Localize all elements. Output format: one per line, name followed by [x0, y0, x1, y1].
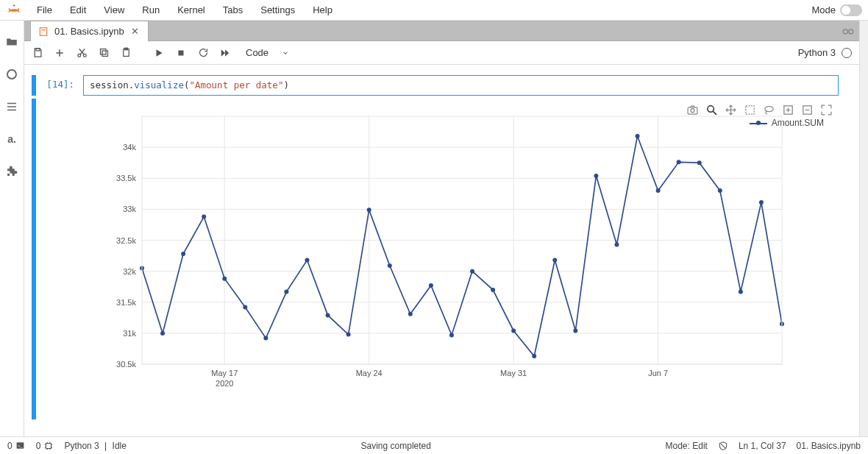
code-input[interactable]: session.visualize("Amount per date")	[83, 75, 839, 96]
svg-point-8	[849, 29, 853, 34]
menu-help[interactable]: Help	[305, 1, 340, 18]
svg-point-82	[552, 258, 557, 262]
cut-icon[interactable]	[76, 47, 88, 59]
svg-point-70	[305, 258, 310, 262]
notebook-icon	[38, 26, 49, 37]
svg-text:34k: 34k	[123, 143, 136, 152]
cell-type-label: Code	[246, 47, 268, 58]
svg-text:Jun 7: Jun 7	[648, 369, 668, 377]
svg-point-88	[677, 160, 681, 164]
svg-point-77	[449, 333, 454, 337]
kernel-name[interactable]: Python 3	[798, 47, 836, 58]
svg-point-68	[263, 336, 268, 341]
jupyter-logo[interactable]	[6, 2, 22, 18]
svg-rect-21	[179, 50, 184, 55]
svg-point-7	[843, 29, 847, 34]
close-icon[interactable]: ✕	[130, 26, 140, 37]
status-cursor[interactable]: Ln 1, Col 37	[739, 441, 786, 451]
svg-text:33.5k: 33.5k	[116, 174, 136, 182]
save-icon[interactable]	[32, 47, 43, 59]
status-kernel[interactable]: Python 3 | Idle	[64, 441, 127, 451]
copy-icon[interactable]	[98, 47, 110, 59]
status-mode[interactable]: Mode: Edit	[666, 441, 708, 451]
svg-marker-22	[221, 49, 225, 56]
trust-icon[interactable]	[718, 441, 728, 451]
status-file[interactable]: 01. Basics.ipynb	[797, 441, 861, 451]
status-kernels[interactable]: 0	[36, 441, 54, 451]
menu-tabs[interactable]: Tabs	[216, 1, 250, 18]
svg-point-90	[718, 188, 722, 193]
svg-text:31k: 31k	[123, 329, 136, 338]
extensions-icon[interactable]	[5, 165, 18, 178]
add-cell-icon[interactable]	[54, 47, 65, 59]
svg-line-14	[80, 49, 85, 55]
svg-rect-16	[102, 51, 108, 57]
svg-point-79	[491, 288, 495, 292]
chevron-down-icon	[282, 49, 289, 57]
run-icon[interactable]	[153, 47, 165, 59]
stop-icon[interactable]	[175, 47, 187, 59]
svg-point-78	[470, 269, 474, 274]
svg-point-87	[656, 188, 661, 193]
chip-icon	[43, 441, 54, 451]
svg-point-85	[614, 242, 619, 246]
cell-prompt: [14]:	[42, 75, 83, 96]
scrollbar[interactable]	[859, 21, 868, 436]
svg-point-89	[697, 160, 702, 165]
menu-view[interactable]: View	[96, 1, 132, 18]
svg-text:31.5k: 31.5k	[116, 298, 136, 307]
toc-icon[interactable]	[5, 100, 18, 113]
svg-point-64	[181, 252, 185, 256]
menu-edit[interactable]: Edit	[63, 1, 93, 18]
svg-text:May 17: May 17	[211, 369, 238, 377]
restart-icon[interactable]	[197, 47, 209, 59]
menu-file[interactable]: File	[29, 1, 60, 18]
svg-rect-6	[41, 29, 46, 30]
svg-point-92	[759, 200, 764, 205]
svg-rect-9	[36, 49, 40, 51]
svg-text:30.5k: 30.5k	[116, 360, 136, 369]
svg-point-84	[594, 174, 598, 178]
svg-point-71	[326, 313, 330, 317]
menu-settings[interactable]: Settings	[253, 1, 302, 18]
svg-text:May 31: May 31	[500, 369, 527, 377]
svg-point-91	[739, 289, 743, 294]
status-terminals[interactable]: 0>_	[7, 441, 26, 451]
svg-rect-5	[40, 27, 46, 35]
svg-point-69	[284, 289, 288, 294]
run-all-icon[interactable]	[219, 47, 231, 59]
mode-label: Mode	[811, 4, 836, 15]
mode-toggle[interactable]	[840, 4, 862, 16]
svg-point-67	[243, 305, 247, 309]
svg-point-73	[367, 208, 371, 212]
gear-icon[interactable]	[840, 24, 856, 40]
tab-title: 01. Basics.ipynb	[54, 26, 124, 37]
svg-text:May 24: May 24	[356, 369, 383, 377]
notebook-tab[interactable]: 01. Basics.ipynb ✕	[30, 21, 149, 41]
svg-point-1	[7, 70, 16, 79]
code-cell[interactable]: [14]: session.visualize("Amount per date…	[32, 75, 839, 96]
svg-rect-97	[46, 443, 51, 448]
svg-marker-23	[225, 49, 229, 56]
svg-line-106	[721, 444, 725, 448]
svg-text:33k: 33k	[123, 205, 136, 213]
paste-icon[interactable]	[120, 47, 132, 59]
svg-point-74	[388, 263, 392, 268]
cell-active-bar	[32, 75, 36, 96]
menu-kernel[interactable]: Kernel	[170, 1, 213, 18]
terminal-icon: >_	[15, 441, 26, 451]
svg-point-0	[13, 4, 15, 6]
output-cell: Amount.SUM 30.5k31k31.5k32k32.5k33k33.5k…	[32, 99, 839, 419]
svg-text:>_: >_	[18, 444, 23, 448]
line-chart[interactable]: 30.5k31k31.5k32k32.5k33k33.5k34kMay 17Ma…	[83, 103, 839, 419]
folder-icon[interactable]	[5, 35, 18, 49]
svg-point-66	[222, 277, 227, 281]
svg-text:32.5k: 32.5k	[116, 236, 136, 245]
menu-run[interactable]: Run	[135, 1, 167, 18]
running-icon[interactable]	[5, 68, 18, 81]
svg-text:2020: 2020	[216, 379, 233, 388]
cell-type-select[interactable]: Code	[241, 46, 294, 60]
output-bar	[32, 99, 36, 419]
extension-a-icon[interactable]: a.	[5, 132, 18, 146]
kernel-status-icon[interactable]	[842, 48, 852, 58]
